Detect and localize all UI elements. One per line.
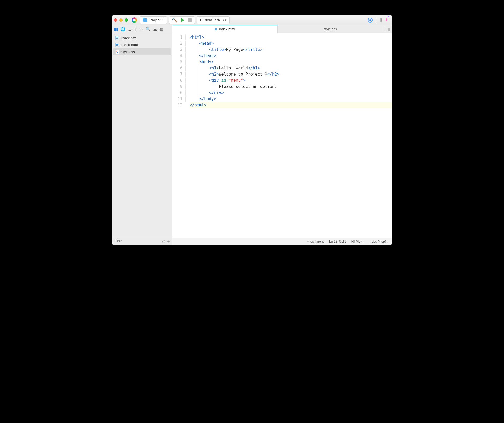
project-selector[interactable]: Project X xyxy=(140,16,167,24)
sidebar: ▮▮ 🌐 ≣ ✳ ◇ 🔍 ☁ ▦ index.htmlmenu.htmlstyl… xyxy=(112,25,172,245)
line-number: 1 xyxy=(172,34,183,40)
html-file-icon xyxy=(115,36,119,40)
file-item-menu-html[interactable]: menu.html xyxy=(112,41,172,48)
sidebar-toolbar: ▮▮ 🌐 ≣ ✳ ◇ 🔍 ☁ ▦ xyxy=(112,25,172,33)
editor-tab-style-css[interactable]: style.css xyxy=(278,25,383,33)
files-view-icon[interactable]: ▮▮ xyxy=(114,27,118,31)
language-selector[interactable]: HTML ⌃⌄ xyxy=(351,240,365,243)
code-content[interactable]: <html> <head> <title>My Page</title> </h… xyxy=(187,33,392,238)
code-line[interactable]: <h1>Hello, World</h1> xyxy=(190,65,392,71)
preview-button[interactable] xyxy=(368,18,373,23)
status-bar: ≡ div#menu Ln 12, Col 9 HTML ⌃⌄ Tabs (4 … xyxy=(172,238,392,245)
line-number: 3 xyxy=(172,47,183,53)
line-number: 9 xyxy=(172,84,183,90)
file-item-label: index.html xyxy=(121,36,137,40)
build-button[interactable]: 🔨 xyxy=(172,17,177,23)
stop-button[interactable] xyxy=(188,18,192,22)
main-area: ▮▮ 🌐 ≣ ✳ ◇ 🔍 ☁ ▦ index.htmlmenu.htmlstyl… xyxy=(112,25,392,245)
folder-icon xyxy=(143,18,147,22)
sidebar-footer: ◷ ◈ xyxy=(112,237,172,245)
line-number: 10 xyxy=(172,90,183,96)
cursor-position[interactable]: Ln 12, Col 9 xyxy=(329,240,347,243)
line-number: 11 xyxy=(172,96,183,102)
globe-icon[interactable]: 🌐 xyxy=(121,27,126,31)
new-tab-button[interactable]: +✦ xyxy=(384,16,390,23)
project-name-label: Project X xyxy=(150,18,164,22)
modified-dot-icon xyxy=(215,28,217,30)
list-icon[interactable]: ≣ xyxy=(128,27,132,31)
code-line[interactable]: <html> xyxy=(190,34,392,40)
line-number: 12 xyxy=(172,102,183,108)
minimize-window-button[interactable] xyxy=(119,18,123,22)
breadcrumb[interactable]: ≡ div#menu xyxy=(307,240,324,243)
recent-icon[interactable]: ◷ xyxy=(162,239,165,243)
tab-bar: index.htmlstyle.css xyxy=(172,25,392,33)
updown-icon: ⌃⌄ xyxy=(361,240,365,243)
file-item-style-css[interactable]: style.css xyxy=(113,48,171,55)
line-number: 6 xyxy=(172,65,183,71)
language-label: HTML xyxy=(351,240,360,243)
indent-label: Tabs (4 sp) xyxy=(370,240,386,243)
titlebar: Project X 🔨 Custom Task ▲▼ +✦ xyxy=(112,15,392,25)
line-number: 5 xyxy=(172,59,183,65)
grid-icon[interactable]: ▦ xyxy=(160,27,163,31)
html-file-icon xyxy=(115,43,119,47)
code-line[interactable]: </html> xyxy=(190,102,392,108)
line-number: 8 xyxy=(172,77,183,84)
code-line[interactable]: </body> xyxy=(190,96,392,102)
code-line[interactable]: <h2>Welcome to Project X</h2> xyxy=(190,71,392,77)
task-selector[interactable]: Custom Task ▲▼ xyxy=(197,16,230,24)
chevron-down-icon: ⌄ xyxy=(387,240,389,243)
breadcrumb-icon: ≡ xyxy=(307,240,309,243)
file-item-label: menu.html xyxy=(121,43,138,47)
scm-icon[interactable]: ◈ xyxy=(167,239,170,243)
snowflake-icon[interactable]: ✳ xyxy=(134,27,138,31)
run-button[interactable] xyxy=(181,18,184,22)
line-number-gutter: 123456789101112 xyxy=(172,33,185,238)
fold-strip xyxy=(185,33,187,238)
tab-overflow-button[interactable] xyxy=(383,25,392,33)
cloud-icon[interactable]: ☁ xyxy=(153,27,157,31)
app-window: Project X 🔨 Custom Task ▲▼ +✦ ▮▮ 🌐 ≣ ✳ ◇… xyxy=(112,15,392,245)
css-file-icon xyxy=(115,50,119,54)
file-item-label: style.css xyxy=(121,50,135,54)
file-list: index.htmlmenu.htmlstyle.css xyxy=(112,33,172,237)
code-line[interactable]: Please select an option: xyxy=(190,84,392,90)
app-logo-icon xyxy=(132,17,137,23)
code-line[interactable]: <div id="menu"> xyxy=(190,77,392,84)
code-area[interactable]: 123456789101112 <html> <head> <title>My … xyxy=(172,33,392,238)
code-line[interactable]: <head> xyxy=(190,40,392,47)
close-window-button[interactable] xyxy=(114,18,117,22)
file-item-index-html[interactable]: index.html xyxy=(112,34,172,41)
search-icon[interactable]: 🔍 xyxy=(146,27,151,31)
editor-tab-index-html[interactable]: index.html xyxy=(172,25,278,33)
code-line[interactable]: </div> xyxy=(190,90,392,96)
tab-label: index.html xyxy=(219,27,235,31)
line-number: 2 xyxy=(172,40,183,47)
toggle-side-panel-button[interactable] xyxy=(377,18,382,22)
diamond-icon[interactable]: ◇ xyxy=(140,27,143,31)
zoom-window-button[interactable] xyxy=(125,18,128,22)
line-number: 7 xyxy=(172,71,183,77)
code-line[interactable]: </head> xyxy=(190,53,392,59)
updown-icon: ▲▼ xyxy=(222,18,227,21)
breadcrumb-label: div#menu xyxy=(310,240,324,243)
run-controls: 🔨 xyxy=(169,16,195,24)
code-line[interactable]: <body> xyxy=(190,59,392,65)
code-line[interactable]: <title>My Page</title> xyxy=(190,47,392,53)
line-number: 4 xyxy=(172,53,183,59)
window-controls xyxy=(114,18,128,22)
indent-selector[interactable]: Tabs (4 sp) ⌄ xyxy=(370,240,389,243)
filter-input[interactable] xyxy=(114,239,161,243)
editor-pane: index.htmlstyle.css 123456789101112 <htm… xyxy=(172,25,392,245)
task-name-label: Custom Task xyxy=(200,18,220,22)
tab-label: style.css xyxy=(324,27,337,31)
